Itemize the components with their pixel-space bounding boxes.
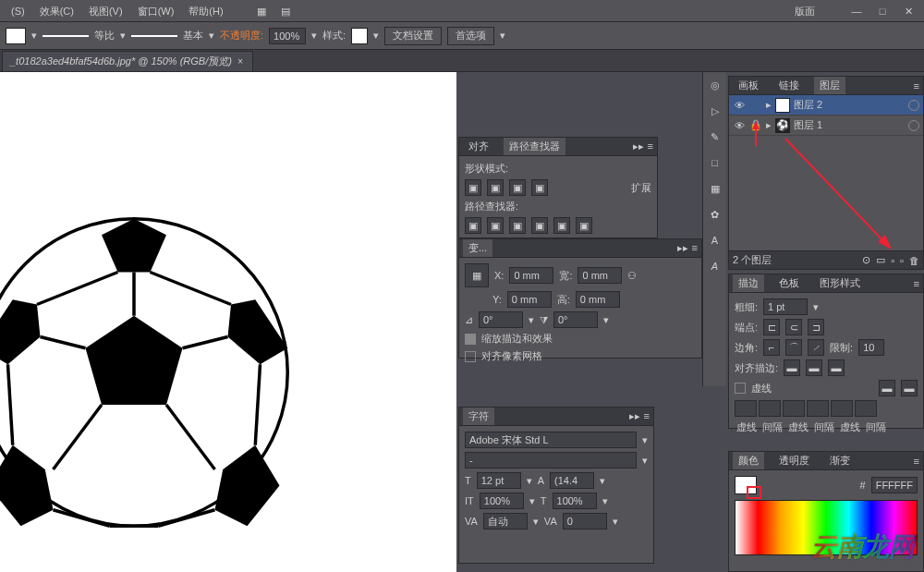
text-icon[interactable]: A <box>708 233 723 248</box>
maximize-button[interactable]: □ <box>870 3 894 19</box>
stroke-preview2[interactable] <box>131 35 177 37</box>
leading-input[interactable]: (14.4 <box>550 472 594 489</box>
layer-row-2[interactable]: 👁 🔒 ▸ ⚽ 图层 1 <box>729 116 923 136</box>
dash2-input[interactable] <box>783 400 805 417</box>
align-pixel-check[interactable] <box>465 351 476 362</box>
dash1-input[interactable] <box>735 400 757 417</box>
weight-input[interactable]: 1 pt <box>763 298 808 315</box>
panel-opts-icon[interactable]: ≡ <box>914 278 919 289</box>
document-tab[interactable]: _t0182a3ed4bfaf54d6b.jpg* @ 150% (RGB/预览… <box>2 51 253 71</box>
menu-window[interactable]: 窗口(W) <box>130 0 182 22</box>
align-outside-icon[interactable]: ▬ <box>828 359 845 376</box>
shear-input[interactable]: 0° <box>553 311 598 328</box>
layer-name[interactable]: 图层 2 <box>794 98 822 112</box>
panel-opts-icon[interactable]: ≡ <box>648 140 653 152</box>
panel-opts-icon[interactable]: ≡ <box>914 80 919 91</box>
panel-opts-icon[interactable]: ≡ <box>914 456 919 467</box>
expand-icon[interactable]: ▸ <box>766 119 772 131</box>
layout-label[interactable]: 版面 <box>787 0 822 22</box>
doc-setup-button[interactable]: 文档设置 <box>384 27 442 45</box>
w-input[interactable]: 0 mm <box>578 267 622 284</box>
stroke-preview[interactable] <box>43 35 89 37</box>
merge-icon[interactable]: ▣ <box>509 217 526 234</box>
layer-target[interactable] <box>908 100 919 111</box>
dashed-check[interactable] <box>735 383 746 394</box>
join-miter-icon[interactable]: ⌐ <box>763 339 780 356</box>
target-icon[interactable]: ◎ <box>708 78 723 92</box>
cap-round-icon[interactable]: ⊂ <box>785 319 802 335</box>
dash-opt2-icon[interactable]: ▬ <box>901 380 918 396</box>
limit-input[interactable]: 10 <box>858 339 884 356</box>
exclude-icon[interactable]: ▣ <box>531 179 548 196</box>
tab-swatches[interactable]: 色板 <box>773 274 805 292</box>
font-family-input[interactable]: Adobe 宋体 Std L <box>465 432 637 448</box>
layout-icon[interactable]: ▦ <box>249 0 274 22</box>
track-input[interactable]: 0 <box>563 513 607 529</box>
layer-target[interactable] <box>908 120 919 131</box>
hex-input[interactable]: FFFFFF <box>871 477 918 493</box>
trim-icon[interactable]: ▣ <box>487 217 504 234</box>
tab-transform[interactable]: 变... <box>463 239 492 257</box>
x-input[interactable]: 0 mm <box>509 267 553 284</box>
join-round-icon[interactable]: ⌒ <box>785 339 802 356</box>
locate-icon[interactable]: ⊙ <box>862 254 870 266</box>
tab-artboards[interactable]: 画板 <box>733 77 764 94</box>
tab-color[interactable]: 颜色 <box>733 452 764 469</box>
fill-swatch[interactable] <box>6 28 26 44</box>
close-button[interactable]: ✕ <box>896 3 920 19</box>
panel-menu-icon[interactable]: ▸▸ <box>677 242 688 254</box>
square-icon[interactable]: □ <box>708 155 723 170</box>
close-tab-icon[interactable]: × <box>237 56 243 67</box>
clip-icon[interactable]: ▭ <box>876 254 885 266</box>
menu-effects[interactable]: 效果(C) <box>32 0 81 22</box>
cap-butt-icon[interactable]: ⊏ <box>763 319 780 335</box>
tab-character[interactable]: 字符 <box>463 408 494 425</box>
gap1-input[interactable] <box>759 400 781 417</box>
new-sublayer-icon[interactable]: ▫ <box>891 255 894 266</box>
panel-menu-icon[interactable]: ▸▸ <box>629 410 640 422</box>
scale-stroke-check[interactable] <box>465 334 476 345</box>
layer-name[interactable]: 图层 1 <box>794 118 822 132</box>
delete-icon[interactable]: 🗑 <box>909 255 919 266</box>
expand-button[interactable]: 扩展 <box>631 181 651 195</box>
pointer-icon[interactable]: ▷ <box>708 103 723 118</box>
align-center-icon[interactable]: ▬ <box>784 359 800 376</box>
layer-row-1[interactable]: 👁 ▸ 图层 2 <box>729 95 923 116</box>
brush-icon[interactable]: ✎ <box>708 129 723 144</box>
panel-menu-icon[interactable]: ▸▸ <box>633 140 644 152</box>
menu-help[interactable]: 帮助(H) <box>181 0 230 22</box>
swatch-icon[interactable]: ▦ <box>708 181 723 196</box>
panel-opts-icon[interactable]: ≡ <box>644 410 650 422</box>
tab-layers[interactable]: 图层 <box>814 77 845 94</box>
visibility-icon[interactable]: 👁 <box>733 100 746 111</box>
font-variant-input[interactable]: - <box>465 452 637 469</box>
menu-s[interactable]: (S) <box>4 0 32 22</box>
panel-opts-icon[interactable]: ≡ <box>692 242 698 254</box>
align-inside-icon[interactable]: ▬ <box>806 359 822 376</box>
layout2-icon[interactable]: ▤ <box>274 0 298 22</box>
intersect-icon[interactable]: ▣ <box>509 179 526 196</box>
dash3-input[interactable] <box>831 400 853 417</box>
cap-square-icon[interactable]: ⊐ <box>808 319 824 335</box>
vscale-input[interactable]: 100% <box>553 493 597 509</box>
h-input[interactable]: 0 mm <box>576 291 620 308</box>
opacity-input[interactable]: 100% <box>269 28 306 44</box>
gap2-input[interactable] <box>807 400 829 417</box>
y-input[interactable]: 0 mm <box>507 291 552 308</box>
tab-gradient[interactable]: 渐变 <box>824 452 856 469</box>
crop-icon[interactable]: ▣ <box>531 217 548 234</box>
divide-icon[interactable]: ▣ <box>465 217 481 234</box>
glyph-icon[interactable]: A <box>708 259 723 274</box>
menu-view[interactable]: 视图(V) <box>81 0 130 22</box>
new-layer-icon[interactable]: ▫ <box>900 255 904 266</box>
visibility-icon[interactable]: 👁 <box>733 120 746 131</box>
minus-icon[interactable]: ▣ <box>487 179 504 196</box>
tab-links[interactable]: 链接 <box>773 77 805 94</box>
kern-input[interactable]: 自动 <box>483 513 528 529</box>
minusback-icon[interactable]: ▣ <box>576 217 592 234</box>
dropdown-icon[interactable]: ▾ <box>500 30 505 42</box>
symbol-icon[interactable]: ✿ <box>708 207 723 222</box>
dash-opt1-icon[interactable]: ▬ <box>879 380 895 396</box>
link-icon[interactable]: ⚇ <box>627 270 637 282</box>
style-swatch[interactable] <box>351 28 368 44</box>
